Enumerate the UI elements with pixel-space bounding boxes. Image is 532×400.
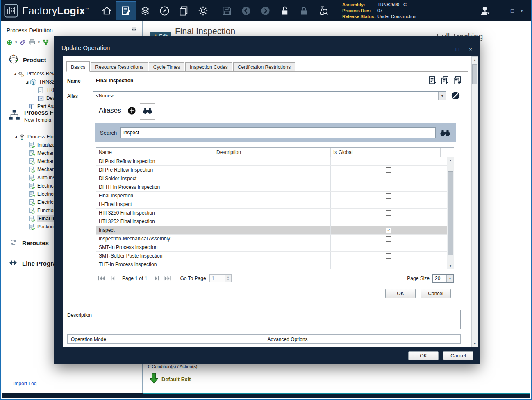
scroll-down-icon[interactable]: ▼ — [472, 341, 478, 347]
window-close-button[interactable]: × — [517, 6, 527, 16]
tab-inspection-codes[interactable]: Inspection Codes — [185, 62, 232, 72]
default-exit[interactable]: Default Exit — [150, 373, 191, 386]
next-page-button[interactable] — [151, 275, 162, 282]
dialog-scrollbar[interactable]: ▲ ▼ — [471, 56, 478, 347]
scroll-up-icon[interactable]: ▲ — [447, 157, 454, 163]
chevron-down-icon[interactable]: ▾ — [15, 40, 17, 44]
alias-row-di-post-reflow-inspection[interactable]: DI Post Reflow Inspection — [96, 157, 447, 166]
pin-icon[interactable] — [131, 26, 137, 33]
dialog-cancel-button[interactable]: Cancel — [443, 351, 473, 360]
rename-list-icon[interactable] — [428, 75, 437, 85]
goto-page-input[interactable]: 1 ▲▼ — [209, 274, 232, 282]
page-size-dropdown[interactable]: 20 ▾ — [432, 274, 454, 283]
tab-certification-restrictions[interactable]: Certification Restrictions — [233, 62, 295, 72]
alias-search-input[interactable] — [120, 127, 436, 138]
save-button[interactable] — [217, 2, 236, 20]
column-header-description[interactable]: Description — [214, 148, 331, 157]
alias-row-final-inspection[interactable]: Final Inspection — [96, 192, 447, 200]
home-button[interactable] — [97, 2, 116, 20]
scroll-down-icon[interactable]: ▼ — [447, 263, 454, 269]
is-global-checkbox[interactable]: ✓ — [386, 228, 391, 233]
is-global-checkbox[interactable] — [386, 159, 391, 164]
user-button[interactable] — [476, 2, 494, 20]
alias-row-smt-solder-paste-inspection[interactable]: SMT-Solder Paste Inspection — [96, 252, 447, 260]
is-global-checkbox[interactable] — [386, 245, 391, 250]
is-global-checkbox[interactable] — [386, 202, 391, 207]
alias-row-inspect[interactable]: Inspect✓ — [96, 226, 447, 235]
unlock-button[interactable] — [275, 2, 294, 20]
lock-button[interactable] — [294, 2, 314, 20]
is-global-checkbox[interactable] — [386, 176, 391, 181]
last-page-button[interactable] — [162, 275, 173, 282]
settings-gear-button[interactable] — [193, 2, 213, 20]
is-global-checkbox[interactable] — [386, 185, 391, 190]
dialog-maximize-button[interactable]: □ — [452, 44, 462, 54]
window-minimize-button[interactable]: – — [498, 6, 507, 16]
link-icon[interactable] — [19, 38, 27, 46]
binoculars-icon[interactable] — [439, 129, 451, 137]
aliases-cancel-button[interactable]: Cancel — [421, 289, 451, 298]
dialog-minimize-button[interactable]: – — [439, 44, 449, 54]
find-tab[interactable] — [140, 103, 155, 120]
alias-row-di-pre-reflow-inspection[interactable]: DI Pre Reflow Inspection — [96, 166, 447, 174]
expander-icon[interactable]: ◢ — [12, 72, 17, 76]
chevron-down-icon[interactable]: ▾ — [38, 40, 40, 44]
is-global-checkbox[interactable] — [386, 219, 391, 224]
column-header-name[interactable]: Name — [96, 148, 214, 157]
expander-icon[interactable]: ◢ — [25, 80, 30, 84]
description-textarea[interactable] — [93, 310, 461, 329]
forward-button[interactable] — [256, 2, 275, 20]
process-definition-button[interactable] — [116, 2, 136, 20]
sidebar-item-reroutes[interactable]: Reroutes — [8, 237, 49, 249]
alias-row-tht-in-process-inspection[interactable]: THT-In Process Inspection — [96, 260, 447, 269]
dialog-ok-button[interactable]: OK — [408, 351, 439, 360]
export-flow-icon[interactable] — [42, 38, 49, 46]
alias-dropdown[interactable]: <None> ▾ — [93, 91, 446, 100]
sidebar-item-product[interactable]: Product — [8, 54, 46, 66]
previous-page-button[interactable] — [107, 275, 118, 282]
alias-row-smt-in-process-inspection[interactable]: SMT-In Process Inspection — [96, 243, 447, 252]
find-button[interactable] — [314, 2, 333, 20]
scrollbar-thumb[interactable] — [472, 64, 477, 84]
alias-row-hti-3252-final-inspection[interactable]: HTI 3252 Final Inspection — [96, 217, 447, 226]
alias-row-h-final-inspect[interactable]: H-Final Inspect — [96, 200, 447, 209]
tab-resource-restrictions[interactable]: Resource Restrictions — [91, 62, 148, 72]
scroll-up-icon[interactable]: ▲ — [472, 57, 478, 63]
name-input[interactable] — [93, 76, 424, 85]
tab-cycle-times[interactable]: Cycle Times — [149, 62, 184, 72]
chevron-down-icon[interactable]: ▾ — [438, 92, 446, 100]
materials-button[interactable] — [136, 2, 155, 20]
add-icon[interactable]: ⊕ — [6, 38, 13, 46]
add-alias-button[interactable] — [127, 106, 136, 115]
is-global-checkbox[interactable] — [386, 167, 391, 173]
copy-icon[interactable] — [440, 75, 450, 85]
import-log-link[interactable]: Import Log — [13, 381, 36, 386]
first-page-button[interactable] — [96, 275, 107, 282]
window-maximize-button[interactable]: □ — [507, 6, 517, 16]
dialog-close-button[interactable]: × — [466, 44, 475, 54]
back-button[interactable] — [236, 2, 256, 20]
scrollbar-thumb[interactable] — [448, 171, 453, 255]
alias-row-di-th-in-process-inspection[interactable]: DI TH In Process Inspection — [96, 183, 447, 192]
is-global-checkbox[interactable] — [386, 262, 391, 267]
alias-row-hti-3250-final-inspection[interactable]: HTI 3250 Final Inspection — [96, 209, 447, 217]
documents-button[interactable] — [174, 2, 193, 20]
is-global-checkbox[interactable] — [386, 236, 391, 242]
alias-row-inspection-mechanical-assembly[interactable]: Inspection-Mechanical Assembly — [96, 235, 447, 243]
aliases-ok-button[interactable]: OK — [385, 289, 416, 298]
is-global-checkbox[interactable] — [386, 253, 391, 259]
is-global-checkbox[interactable] — [386, 210, 391, 216]
spinner-icon[interactable]: ▲▼ — [225, 275, 231, 282]
alias-row-di-solder-inspect[interactable]: DI Solder Inspect — [96, 174, 447, 183]
sidebar-item-process-flow[interactable]: Process Flo New Templa — [8, 109, 59, 123]
sidebar-item-line-program[interactable]: Line Progra — [8, 258, 56, 269]
navigator-button[interactable] — [155, 2, 174, 20]
print-icon[interactable] — [29, 38, 36, 46]
expander-icon[interactable]: ◢ — [13, 135, 18, 139]
clear-alias-icon[interactable] — [451, 91, 460, 100]
tab-basics[interactable]: Basics — [66, 61, 90, 72]
is-global-checkbox[interactable] — [386, 193, 391, 199]
copy-add-icon[interactable] — [452, 75, 462, 85]
column-header-is-global[interactable]: Is Global — [331, 148, 441, 157]
table-scrollbar[interactable]: ▲ ▼ — [447, 157, 454, 269]
